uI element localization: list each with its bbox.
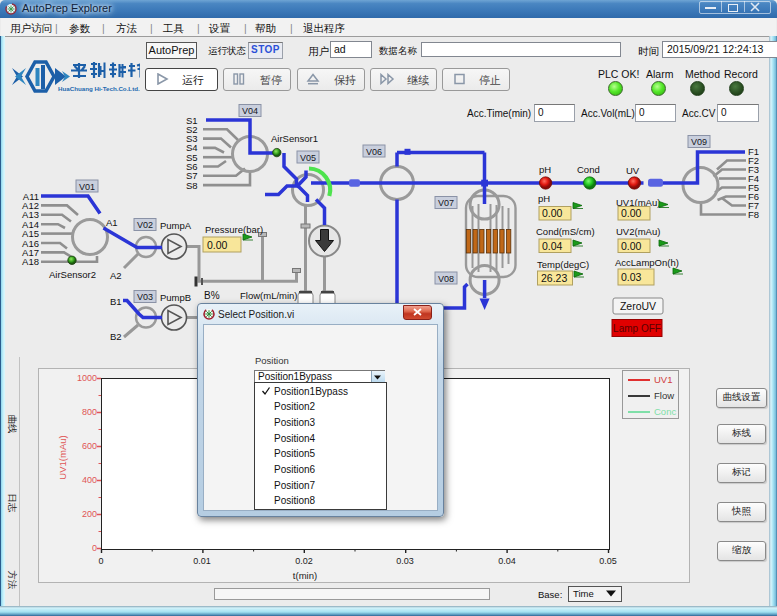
svg-text:V03: V03 [137, 292, 153, 302]
svg-text:Cond: Cond [577, 164, 600, 175]
svg-text:0.03: 0.03 [621, 271, 642, 283]
svg-text:F8: F8 [748, 209, 759, 220]
svg-text:A18: A18 [22, 256, 39, 267]
svg-text:AirSensor1: AirSensor1 [271, 133, 318, 144]
svg-text:B2: B2 [110, 331, 122, 342]
svg-text:Temp(degC): Temp(degC) [537, 259, 589, 270]
svg-text:A2: A2 [110, 270, 122, 281]
svg-text:V06: V06 [366, 147, 382, 157]
svg-text:V04: V04 [242, 106, 258, 116]
svg-text:0.00: 0.00 [621, 207, 642, 219]
svg-text:0.04: 0.04 [542, 240, 563, 252]
svg-text:UV: UV [626, 165, 640, 176]
svg-text:26.23: 26.23 [541, 272, 567, 284]
svg-text:V07: V07 [438, 198, 454, 208]
svg-text:S8: S8 [186, 180, 198, 191]
svg-text:V09: V09 [691, 137, 707, 147]
svg-text:V02: V02 [137, 220, 153, 230]
svg-text:AirSensor2: AirSensor2 [49, 269, 96, 280]
svg-text:Pressure(bar): Pressure(bar) [205, 224, 263, 235]
svg-text:pH: pH [538, 193, 550, 204]
svg-text:B%: B% [204, 290, 220, 301]
svg-text:0.00: 0.00 [621, 240, 642, 252]
svg-text:V05: V05 [300, 153, 316, 163]
svg-text:UV2(mAu): UV2(mAu) [616, 226, 660, 237]
svg-text:Cond(mS/cm): Cond(mS/cm) [536, 226, 595, 237]
svg-text:V08: V08 [438, 274, 454, 284]
svg-text:HuaChuang Hi-Tech.Co.Ltd.: HuaChuang Hi-Tech.Co.Ltd. [58, 85, 140, 92]
svg-text:UV1(mAu): UV1(mAu) [616, 197, 660, 208]
svg-text:PumpA: PumpA [160, 220, 192, 231]
svg-text:V01: V01 [79, 182, 95, 192]
svg-text:0.00: 0.00 [207, 239, 228, 251]
svg-text:A1: A1 [106, 217, 118, 228]
svg-text:0.00: 0.00 [542, 207, 563, 219]
svg-text:pH: pH [539, 164, 551, 175]
svg-text:B1: B1 [110, 296, 122, 307]
svg-text:ZeroUV: ZeroUV [620, 300, 656, 312]
svg-text:Flow(mL/min): Flow(mL/min) [240, 290, 298, 301]
svg-text:PumpB: PumpB [160, 292, 191, 303]
svg-text:Lamp OFF: Lamp OFF [613, 323, 661, 334]
svg-text:AccLampOn(h): AccLampOn(h) [615, 257, 679, 268]
